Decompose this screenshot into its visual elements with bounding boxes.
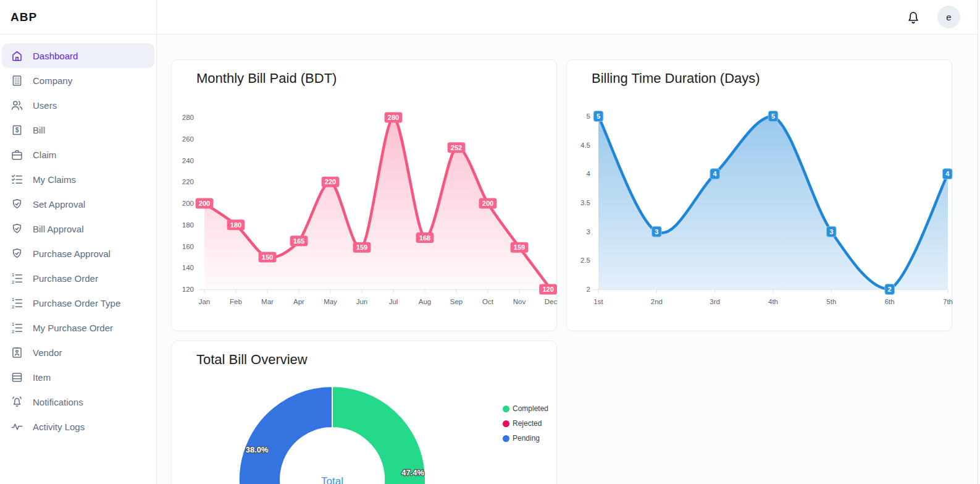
legend-label: Rejected — [513, 419, 542, 428]
svg-text:4.5: 4.5 — [580, 142, 590, 149]
svg-text:165: 165 — [293, 237, 304, 245]
sidebar-item-label: Bill — [33, 125, 45, 135]
sidebar-item-purchase-order[interactable]: 12Purchase Order — [2, 266, 154, 291]
sidebar-item-my-claims[interactable]: My Claims — [2, 167, 154, 192]
sidebar: ABP DashboardCompanyUsers$BillClaimMy Cl… — [0, 0, 157, 484]
sidebar-item-purchase-order-type[interactable]: 12Purchase Order Type — [2, 291, 154, 315]
svg-text:220: 220 — [325, 178, 336, 185]
svg-text:168: 168 — [419, 234, 430, 242]
svg-text:159: 159 — [514, 244, 525, 251]
bill-icon: $ — [10, 123, 23, 137]
sidebar-item-label: Purchase Approval — [33, 248, 111, 259]
svg-text:2: 2 — [587, 286, 590, 293]
svg-text:5: 5 — [587, 113, 590, 120]
svg-text:3rd: 3rd — [710, 298, 720, 305]
home-icon — [10, 49, 23, 62]
svg-text:4: 4 — [945, 170, 950, 177]
sidebar-item-activity-logs[interactable]: Activity Logs — [2, 414, 154, 439]
shield-check-icon — [10, 222, 23, 236]
sidebar-item-label: Bill Approval — [33, 224, 84, 234]
sidebar-item-label: Notifications — [33, 397, 83, 407]
svg-text:280: 280 — [182, 114, 194, 121]
svg-text:5: 5 — [771, 113, 775, 120]
legend-label: Completed — [513, 404, 548, 413]
bell-icon — [906, 10, 921, 25]
legend-dot-pending — [503, 435, 509, 442]
svg-text:180: 180 — [230, 221, 241, 229]
briefcase-icon — [10, 148, 23, 161]
ordered-list-icon: 12 — [10, 296, 23, 310]
sidebar-item-set-approval[interactable]: Set Approval — [2, 192, 154, 216]
users-icon — [10, 98, 23, 112]
sidebar-item-notifications[interactable]: Notifications — [2, 389, 154, 414]
sidebar-item-label: Claim — [33, 150, 56, 160]
sidebar-item-label: Company — [33, 75, 72, 86]
svg-text:Total: Total — [321, 475, 343, 484]
rows-icon — [10, 370, 23, 384]
sidebar-item-dashboard[interactable]: Dashboard — [2, 43, 154, 68]
svg-text:2: 2 — [888, 286, 892, 293]
sidebar-item-label: Purchase Order — [33, 273, 98, 284]
sidebar-item-label: Users — [33, 100, 57, 111]
sidebar-item-vendor[interactable]: Vendor — [2, 340, 154, 365]
sidebar-item-purchase-approval[interactable]: Purchase Approval — [2, 241, 154, 266]
svg-text:150: 150 — [262, 253, 273, 261]
id-badge-icon — [10, 346, 23, 359]
sidebar-item-company[interactable]: Company — [2, 68, 154, 93]
legend-item-rejected[interactable]: Rejected — [503, 420, 548, 427]
sidebar-item-item[interactable]: Item — [2, 365, 154, 389]
svg-text:3: 3 — [587, 228, 590, 236]
svg-text:Nov: Nov — [513, 298, 526, 305]
svg-text:$: $ — [15, 127, 19, 134]
svg-text:160: 160 — [182, 243, 194, 250]
donut-legend: CompletedRejectedPending — [503, 405, 548, 442]
main-content: Monthly Bill Paid (BDT) 1201401601802002… — [157, 35, 978, 484]
sidebar-item-label: Activity Logs — [33, 422, 85, 432]
sidebar-item-label: Set Approval — [33, 199, 85, 210]
svg-text:1st: 1st — [593, 298, 603, 305]
sidebar-item-label: Dashboard — [33, 51, 78, 61]
svg-text:47.4%: 47.4% — [401, 468, 424, 477]
legend-label: Pending — [513, 434, 540, 443]
scrollbar[interactable] — [978, 0, 980, 484]
svg-text:180: 180 — [182, 221, 194, 229]
svg-text:200: 200 — [482, 200, 493, 207]
svg-text:2: 2 — [12, 329, 14, 333]
svg-text:Feb: Feb — [230, 298, 242, 305]
sidebar-item-bill[interactable]: $Bill — [2, 117, 154, 142]
svg-text:Oct: Oct — [482, 298, 494, 305]
total-bill-title: Total Bill Overview — [196, 352, 556, 368]
legend-item-pending[interactable]: Pending — [503, 435, 548, 442]
svg-text:Sep: Sep — [450, 298, 463, 305]
svg-text:Aug: Aug — [419, 298, 431, 305]
sidebar-item-my-purchase-order[interactable]: 12My Purchase Order — [2, 315, 154, 340]
notifications-bell-button[interactable] — [905, 9, 921, 25]
bell-ring-icon — [10, 395, 23, 409]
sidebar-item-bill-approval[interactable]: Bill Approval — [2, 216, 154, 241]
svg-text:2nd: 2nd — [651, 298, 663, 305]
svg-text:200: 200 — [182, 200, 194, 207]
sidebar-item-claim[interactable]: Claim — [2, 142, 154, 167]
building-icon — [10, 74, 23, 87]
svg-text:280: 280 — [388, 114, 399, 121]
sidebar-item-users[interactable]: Users — [2, 93, 154, 117]
sidebar-nav: DashboardCompanyUsers$BillClaimMy Claims… — [0, 35, 156, 439]
svg-text:May: May — [324, 298, 337, 305]
svg-text:4: 4 — [587, 170, 591, 177]
activity-icon — [10, 420, 23, 433]
svg-text:Dec: Dec — [545, 298, 558, 305]
svg-text:1: 1 — [12, 273, 14, 277]
svg-text:252: 252 — [451, 144, 462, 151]
sidebar-item-label: My Claims — [33, 174, 76, 185]
legend-item-completed[interactable]: Completed — [503, 405, 548, 412]
sidebar-item-label: Purchase Order Type — [33, 298, 120, 308]
svg-text:2.5: 2.5 — [580, 257, 590, 264]
avatar[interactable]: e — [937, 6, 960, 28]
sidebar-item-label: Vendor — [33, 347, 62, 358]
svg-text:159: 159 — [356, 244, 367, 251]
sidebar-item-label: My Purchase Order — [33, 323, 113, 333]
svg-text:Apr: Apr — [293, 298, 304, 305]
app-logo: ABP — [0, 0, 156, 35]
ordered-list-icon: 12 — [10, 271, 23, 285]
total-bill-donut-chart: 47.4%38.0%Total — [172, 375, 558, 484]
